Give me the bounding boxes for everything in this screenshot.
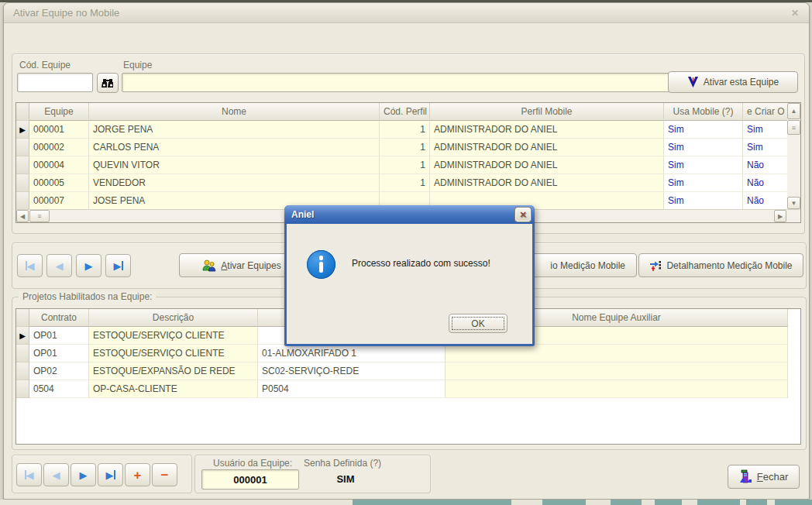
proj-nav-first-button[interactable]: ◀: [16, 463, 42, 486]
grid-row[interactable]: 000002CARLOS PENA1ADMINISTRADOR DO ANIEL…: [16, 139, 788, 156]
grid-corner: [16, 103, 29, 121]
scroll-down-icon[interactable]: ▼: [787, 197, 800, 209]
grid-cell: Não: [743, 156, 788, 174]
ativar-esta-equipe-label: Ativar esta Equipe: [704, 77, 779, 88]
senha-definida-label: Senha Definida (?): [304, 458, 381, 469]
column-header[interactable]: Perfil Mobile: [430, 103, 664, 121]
grid-cell: P0504: [258, 380, 446, 398]
grid-cell: 000001: [29, 121, 89, 139]
teams-grid-body: EquipeNomeCód. PerfilPerfil MobileUsa Mo…: [16, 103, 788, 210]
grid-cell: Sim: [664, 192, 743, 210]
dialog-title: Aniel: [291, 209, 314, 220]
scroll-right-icon[interactable]: ▶: [774, 210, 786, 222]
grid-row[interactable]: OP02ESTOQUE/EXPANSÃO DE REDESC02-SERVIÇO…: [16, 362, 788, 380]
grid-row[interactable]: OP01ESTOQUE/SERVIÇO CLIENTE01-ALMOXARIFA…: [16, 345, 788, 362]
fechar-button[interactable]: Fechar: [728, 465, 800, 489]
grid-cell: ADMINISTRADOR DO ANIEL: [430, 121, 664, 139]
equipe-input[interactable]: [122, 73, 757, 92]
desktop-background: Ativar Equipe no Mobile ✕ Cód. Equipe Eq…: [0, 0, 812, 505]
grid-row[interactable]: 0504OP-CASA-CLIENTEP0504: [16, 380, 788, 398]
usuario-input[interactable]: [201, 469, 299, 490]
nav-next-icon: ▶: [85, 261, 93, 271]
activate-arrow-icon: [687, 76, 699, 88]
grid-cell: Sim: [743, 121, 788, 139]
proj-add-button[interactable]: +: [125, 463, 150, 486]
grid-cell: ADMINISTRADOR DO ANIEL: [430, 174, 664, 192]
window-titlebar: Ativar Equipe no Mobile ✕: [4, 3, 809, 23]
proj-delete-button[interactable]: −: [152, 463, 177, 486]
grid-cell: 1: [380, 139, 430, 156]
nav-prev-button[interactable]: ◀: [46, 254, 72, 277]
search-button[interactable]: [97, 73, 119, 93]
ativar-esta-equipe-button[interactable]: Ativar esta Equipe: [668, 71, 798, 93]
cod-equipe-label: Cód. Equipe: [19, 60, 71, 70]
column-header[interactable]: Contrato: [29, 309, 89, 327]
grid-cell: Sim: [664, 156, 743, 174]
selected-row-indicator: ▶: [16, 121, 29, 139]
info-icon: [307, 250, 335, 279]
column-header[interactable]: Nome: [89, 103, 380, 121]
detalhamento-medicao-button[interactable]: Detalhamento Medição Mobile: [638, 253, 803, 277]
grid-cell: ESTOQUE/SERVIÇO CLIENTE: [89, 327, 258, 345]
column-header[interactable]: Descrição: [89, 309, 258, 327]
ok-label: OK: [449, 314, 507, 332]
grid-cell: 000007: [29, 192, 89, 210]
grid-cell: 1: [380, 121, 430, 139]
row-gutter: [16, 139, 29, 156]
grid-row[interactable]: ▶000001JORGE PENA1ADMINISTRADOR DO ANIEL…: [16, 121, 788, 139]
row-gutter: [16, 380, 29, 398]
equipe-label: Equipe: [123, 60, 152, 70]
detail-arrow-icon: [649, 259, 662, 272]
nav-last-button[interactable]: ▶: [105, 254, 131, 277]
grid-cell: [446, 380, 788, 398]
vertical-scroll-thumb[interactable]: ≡: [787, 120, 800, 135]
row-gutter: [16, 362, 29, 380]
grid-cell: OP02: [29, 362, 89, 380]
grid-row[interactable]: 000005VENDEDOR1ADMINISTRADOR DO ANIELSim…: [16, 174, 788, 192]
proj-nav-last-button[interactable]: ▶: [98, 463, 123, 486]
grid-cell: [446, 362, 788, 380]
proj-nav-last-icon: ▶: [106, 470, 114, 480]
dialog-close-icon[interactable]: ✕: [515, 208, 531, 222]
nav-next-button[interactable]: ▶: [76, 254, 102, 277]
column-header[interactable]: e Criar O: [743, 103, 788, 121]
column-header[interactable]: Cód. Perfil: [380, 103, 430, 121]
scroll-up-icon[interactable]: ▲: [787, 103, 800, 119]
grid-cell: Não: [743, 192, 788, 210]
grid-cell: Sim: [664, 139, 743, 156]
binoculars-icon: [102, 78, 114, 88]
cod-equipe-input[interactable]: [17, 73, 93, 92]
dialog-titlebar: Aniel ✕: [284, 205, 535, 224]
scroll-left-icon[interactable]: ◀: [16, 210, 29, 222]
grid-cell: ESTOQUE/SERVIÇO CLIENTE: [89, 345, 258, 362]
column-header[interactable]: Usa Mobile (?): [664, 103, 743, 121]
grid-cell: OP01: [29, 345, 89, 362]
teams-grid-vertical-scrollbar[interactable]: ▲ ≡ ▼: [787, 103, 800, 209]
grid-cell: OP-CASA-CLIENTE: [89, 380, 258, 398]
dialog-message: Processo realizado com sucesso!: [352, 258, 490, 269]
proj-nav-next-icon: ▶: [80, 470, 88, 480]
grid-cell: 000004: [29, 156, 89, 174]
grid-row[interactable]: 000004QUEVIN VITOR1ADMINISTRADOR DO ANIE…: [16, 156, 788, 174]
grid-cell: JORGE PENA: [89, 121, 380, 139]
fechar-label: Fechar: [757, 471, 788, 483]
grid-cell: QUEVIN VITOR: [89, 156, 380, 174]
ok-button[interactable]: OK: [449, 314, 508, 333]
grid-cell: ESTOQUE/EXPANSÃO DE REDE: [89, 362, 258, 380]
nav-first-button[interactable]: ◀: [17, 254, 43, 277]
aniel-message-dialog: Aniel ✕ Processo realizado com sucesso! …: [284, 205, 535, 346]
usuario-label: Usuário da Equipe:: [213, 458, 292, 469]
projects-navigator-panel: ◀ ◀ ▶ ▶ + −: [12, 455, 192, 493]
people-icon: [202, 259, 216, 272]
horizontal-scroll-thumb[interactable]: ≡: [29, 210, 50, 222]
row-gutter: [16, 192, 29, 210]
proj-nav-prev-icon: ◀: [53, 470, 60, 480]
medicao-mobile-label: io Medição Mobile: [550, 260, 625, 271]
grid-cell: VENDEDOR: [89, 174, 380, 192]
column-header[interactable]: Equipe: [29, 103, 89, 121]
proj-nav-prev-button[interactable]: ◀: [43, 463, 69, 486]
row-pointer-icon: ▶: [16, 327, 29, 345]
proj-nav-next-button[interactable]: ▶: [71, 463, 96, 486]
exit-door-icon: [739, 469, 752, 484]
window-close-icon[interactable]: ✕: [787, 7, 803, 20]
